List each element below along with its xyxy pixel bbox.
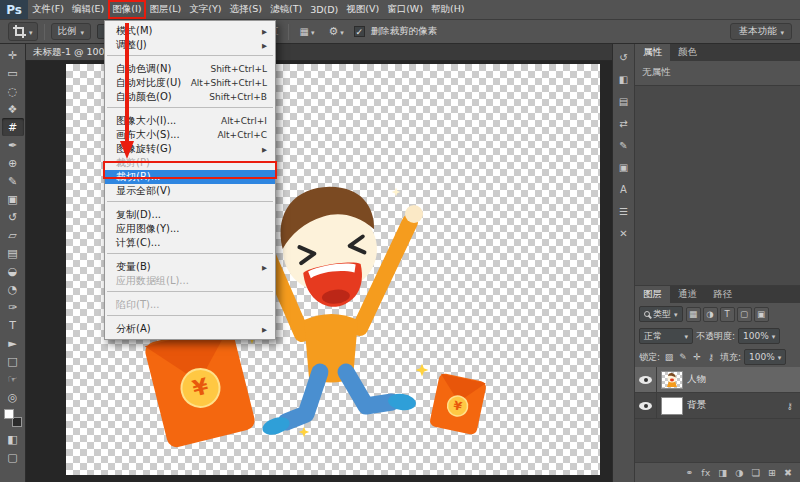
eraser-tool[interactable]: ▱ xyxy=(2,226,24,244)
gradient-tool[interactable]: ▤ xyxy=(2,244,24,262)
hand-tool[interactable]: ☞ xyxy=(2,370,24,388)
filter-adjustment-layers-icon[interactable]: ◑ xyxy=(703,307,718,322)
menubar-menu[interactable]: 窗口(W) xyxy=(383,0,427,19)
lock-transparent-pixels-icon[interactable]: ▨ xyxy=(663,350,675,364)
image-menu-item[interactable]: 复制(D)... xyxy=(105,208,275,222)
menubar-menu[interactable]: 文件(F) xyxy=(28,0,68,19)
image-menu-item[interactable]: 调整(J) xyxy=(105,38,275,52)
image-menu-item[interactable]: 图像大小(I)... Alt+Ctrl+I xyxy=(105,114,275,128)
brush-panel-icon[interactable]: ✎ xyxy=(615,137,632,153)
quick-mask-mode-icon[interactable]: ◧ xyxy=(2,430,24,448)
lock-position-icon[interactable]: ✛ xyxy=(691,350,703,364)
paragraph-panel-icon[interactable]: ☰ xyxy=(615,203,632,219)
image-menu-item[interactable]: 自动色调(N) Shift+Ctrl+L xyxy=(105,62,275,76)
panel-tab[interactable]: 属性 xyxy=(635,44,670,61)
menubar-menu[interactable]: 滤镜(T) xyxy=(266,0,306,19)
healing-brush-tool[interactable]: ⊕ xyxy=(2,154,24,172)
image-menu-item[interactable]: 应用数据组(L)... xyxy=(105,274,275,288)
image-menu-item[interactable]: 陷印(T)... xyxy=(105,298,275,312)
foreground-color-swatch[interactable] xyxy=(4,409,14,419)
image-menu-item[interactable]: 变量(B) xyxy=(105,260,275,274)
filter-smart-objects-icon[interactable]: ▣ xyxy=(754,307,769,322)
move-tool[interactable]: ✛ xyxy=(2,46,24,64)
layer-row-character[interactable]: 人物 xyxy=(635,367,800,393)
swap-panel-icon[interactable]: ⇄ xyxy=(615,115,632,131)
crop-tool-preset[interactable] xyxy=(8,22,38,41)
blur-tool[interactable]: ◒ xyxy=(2,262,24,280)
workspace-switcher[interactable]: 基本功能 xyxy=(730,23,792,40)
layer-filter-select[interactable]: 类型 xyxy=(639,306,683,322)
opacity-input[interactable]: 100% xyxy=(738,328,780,344)
image-menu-item[interactable]: 自动对比度(U) Alt+Shift+Ctrl+L xyxy=(105,76,275,90)
crop-options-button[interactable] xyxy=(324,24,347,39)
adjustments-panel-icon[interactable]: ◧ xyxy=(615,71,632,87)
color-swatches[interactable] xyxy=(4,409,22,427)
dodge-tool[interactable]: ◔ xyxy=(2,280,24,298)
adjustment-layer-icon[interactable]: ◑ xyxy=(735,467,743,478)
menubar-menu[interactable]: 图像(I) xyxy=(108,0,145,19)
delete-layer-icon[interactable]: ✖ xyxy=(784,467,792,478)
menubar-menu[interactable]: 文字(Y) xyxy=(185,0,225,19)
pen-tool[interactable]: ✑ xyxy=(2,298,24,316)
image-menu-item[interactable] xyxy=(105,201,275,208)
overlay-options-button[interactable] xyxy=(295,25,318,38)
image-menu-item[interactable]: 裁切(R)... xyxy=(105,170,275,184)
zoom-tool[interactable]: ◎ xyxy=(2,388,24,406)
menubar-menu[interactable]: 编辑(E) xyxy=(68,0,108,19)
menubar-menu[interactable]: 3D(D) xyxy=(306,0,342,19)
filter-pixel-layers-icon[interactable]: ▦ xyxy=(686,307,701,322)
menubar-menu[interactable]: 选择(S) xyxy=(225,0,265,19)
quick-selection-tool[interactable]: ❖ xyxy=(2,100,24,118)
panel-tab[interactable]: 图层 xyxy=(635,286,670,303)
shape-tool[interactable]: □ xyxy=(2,352,24,370)
close-panel-icon[interactable]: ✕ xyxy=(615,225,632,241)
lock-all-icon[interactable]: ⚷ xyxy=(705,350,717,364)
clone-source-panel-icon[interactable]: ▣ xyxy=(615,159,632,175)
crop-tool[interactable]: # xyxy=(2,118,24,136)
menubar-menu[interactable]: 视图(V) xyxy=(342,0,383,19)
lock-image-pixels-icon[interactable]: ✎ xyxy=(677,350,689,364)
panel-tab[interactable]: 通道 xyxy=(670,286,705,303)
clone-stamp-tool[interactable]: ▣ xyxy=(2,190,24,208)
screen-mode-icon[interactable]: ▢ xyxy=(2,448,24,466)
link-layers-icon[interactable]: ⚭ xyxy=(685,467,693,478)
path-selection-tool[interactable]: ► xyxy=(2,334,24,352)
filter-type-layers-icon[interactable]: T xyxy=(720,307,735,322)
marquee-tool[interactable]: ▭ xyxy=(2,64,24,82)
layer-group-icon[interactable]: ❏ xyxy=(752,467,761,478)
filter-shape-layers-icon[interactable]: ▢ xyxy=(737,307,752,322)
image-menu-item[interactable] xyxy=(105,253,275,260)
image-menu-item[interactable]: 模式(M) xyxy=(105,24,275,38)
image-menu-item[interactable]: 显示全部(V) xyxy=(105,184,275,198)
type-tool[interactable]: T xyxy=(2,316,24,334)
image-menu-item[interactable] xyxy=(105,315,275,322)
visibility-toggle[interactable] xyxy=(635,367,657,393)
history-brush-tool[interactable]: ↺ xyxy=(2,208,24,226)
character-panel-icon[interactable]: A xyxy=(615,181,632,197)
lasso-tool[interactable]: ◌ xyxy=(2,82,24,100)
image-menu-item[interactable]: 自动颜色(O) Shift+Ctrl+B xyxy=(105,90,275,104)
layer-style-icon[interactable]: fx xyxy=(701,467,710,478)
image-menu-item[interactable]: 计算(C)... xyxy=(105,236,275,250)
image-menu-item[interactable]: 分析(A) xyxy=(105,322,275,336)
image-menu-item[interactable]: 画布大小(S)... Alt+Ctrl+C xyxy=(105,128,275,142)
menubar-menu[interactable]: 图层(L) xyxy=(146,0,186,19)
layer-row-background[interactable]: 背景 ⚷ xyxy=(635,393,800,419)
styles-panel-icon[interactable]: ▤ xyxy=(615,93,632,109)
visibility-toggle[interactable] xyxy=(635,393,657,419)
image-menu-item[interactable] xyxy=(105,107,275,114)
panel-tab[interactable]: 颜色 xyxy=(670,44,705,61)
panel-tab[interactable]: 路径 xyxy=(705,286,740,303)
history-panel-icon[interactable]: ↺ xyxy=(615,49,632,65)
menubar-menu[interactable]: 帮助(H) xyxy=(427,0,469,19)
new-layer-icon[interactable]: ⊞ xyxy=(768,467,776,478)
image-menu-item[interactable]: 图像旋转(G) xyxy=(105,142,275,156)
image-menu-item[interactable] xyxy=(105,55,275,62)
eyedropper-tool[interactable]: ✒ xyxy=(2,136,24,154)
image-menu-item[interactable]: 裁剪(P) xyxy=(105,156,275,170)
image-menu-item[interactable] xyxy=(105,291,275,298)
brush-tool[interactable]: ✎ xyxy=(2,172,24,190)
crop-ratio-select[interactable]: 比例 xyxy=(51,23,92,40)
fill-input[interactable]: 100% xyxy=(744,349,786,365)
layer-mask-icon[interactable]: ◨ xyxy=(718,467,727,478)
